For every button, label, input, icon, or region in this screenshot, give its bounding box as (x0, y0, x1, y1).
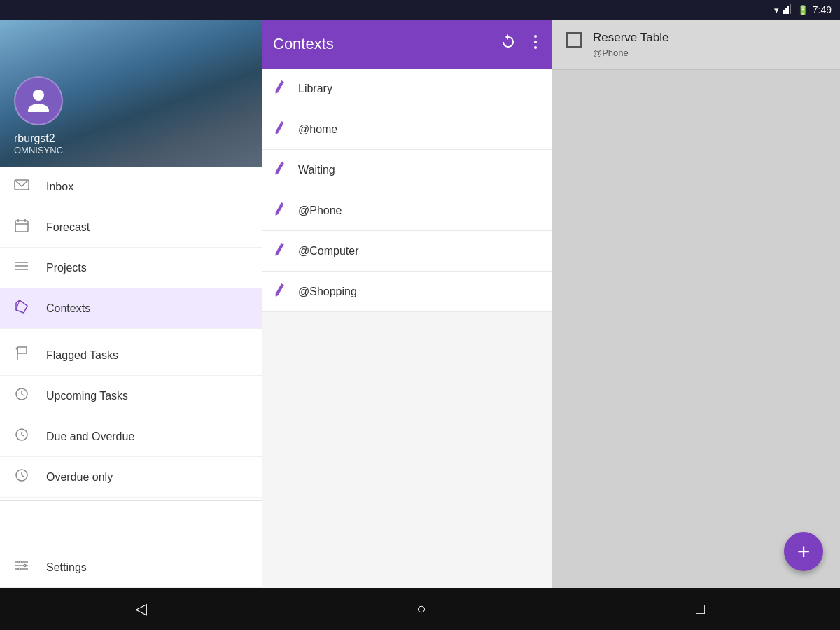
header-actions (497, 31, 540, 57)
more-options-button[interactable] (531, 31, 540, 57)
status-bar: ▾ 🔋 7:49 (0, 0, 840, 20)
user-sync: OMNISYNC (14, 145, 63, 155)
svg-point-16 (16, 348, 18, 350)
context-label-computer: @Computer (298, 245, 359, 258)
pencil-icon-phone (271, 200, 289, 220)
user-name: rburgst2 (14, 132, 55, 145)
context-item-phone[interactable]: @Phone (262, 190, 552, 231)
pencil-icon-computer (271, 241, 289, 261)
sidebar-item-forecast-label: Forecast (46, 221, 90, 234)
sidebar-item-flagged-label: Flagged Tasks (46, 349, 118, 362)
sidebar-item-contexts[interactable]: Contexts (0, 288, 262, 329)
context-label-shopping: @Shopping (298, 286, 357, 298)
overdue-clock-icon (14, 468, 35, 486)
context-item-home[interactable]: @home (262, 109, 552, 150)
fab-plus-icon: + (797, 540, 811, 563)
upcoming-clock-icon (14, 386, 35, 405)
contexts-panel: Contexts Library @home (262, 20, 552, 588)
svg-rect-3 (790, 4, 791, 14)
avatar[interactable] (14, 76, 63, 125)
sidebar-item-overdue-only[interactable]: Overdue only (0, 457, 262, 498)
sidebar-item-due-overdue-label: Due and Overdue (46, 430, 134, 443)
context-label-library: Library (298, 83, 332, 95)
wifi-icon: ▾ (774, 5, 779, 15)
contexts-title: Contexts (273, 35, 334, 53)
due-clock-icon (14, 427, 35, 446)
contexts-header: Contexts (262, 20, 552, 69)
projects-icon (14, 258, 35, 277)
battery-icon: 🔋 (797, 5, 808, 15)
pencil-icon-library (271, 78, 289, 99)
status-time: 7:49 (813, 4, 832, 15)
avatar-icon (24, 84, 52, 118)
svg-line-19 (22, 394, 24, 396)
sidebar-item-upcoming-label: Upcoming Tasks (46, 390, 128, 402)
nav-divider-2 (0, 500, 262, 501)
svg-rect-0 (783, 10, 785, 14)
svg-line-25 (22, 475, 24, 477)
settings-icon (14, 558, 35, 577)
sidebar-item-projects-label: Projects (46, 262, 87, 274)
sidebar-item-flagged[interactable]: Flagged Tasks (0, 335, 262, 376)
sidebar-item-forecast[interactable]: Forecast (0, 207, 262, 248)
sidebar-item-overdue-only-label: Overdue only (46, 471, 113, 484)
context-item-library[interactable]: Library (262, 69, 552, 109)
pencil-icon-shopping (271, 281, 289, 302)
sidebar-item-settings-label: Settings (46, 561, 87, 574)
task-title: Reserve Table (593, 31, 826, 45)
detail-panel: Reserve Table @Phone + (552, 20, 840, 588)
svg-point-36 (534, 41, 537, 43)
context-label-phone: @Phone (298, 204, 342, 217)
svg-point-28 (20, 561, 22, 564)
sidebar-item-inbox-label: Inbox (46, 181, 74, 193)
task-content: Reserve Table @Phone (593, 31, 826, 58)
task-subtitle: @Phone (593, 48, 826, 58)
sidebar-item-settings[interactable]: Settings (0, 547, 262, 588)
bottom-nav: ◁ ○ □ (0, 588, 840, 630)
sidebar-item-contexts-label: Contexts (46, 302, 90, 315)
svg-point-4 (33, 90, 44, 101)
pencil-icon-waiting (271, 160, 289, 180)
recent-button[interactable]: □ (682, 594, 719, 624)
svg-point-35 (534, 35, 537, 38)
context-label-waiting: Waiting (298, 164, 335, 176)
svg-rect-1 (785, 8, 787, 14)
inbox-icon (14, 177, 35, 196)
forecast-icon (14, 218, 35, 237)
svg-point-37 (534, 46, 537, 49)
context-item-shopping[interactable]: @Shopping (262, 272, 552, 312)
context-item-waiting[interactable]: Waiting (262, 150, 552, 190)
sidebar-item-due-overdue[interactable]: Due and Overdue (0, 416, 262, 457)
svg-point-34 (18, 568, 20, 570)
contexts-icon (14, 299, 35, 318)
back-button[interactable]: ◁ (121, 594, 161, 624)
task-checkbox[interactable] (566, 32, 582, 48)
svg-rect-2 (788, 6, 789, 14)
sidebar-bottom: Settings (0, 547, 262, 588)
refresh-button[interactable] (497, 31, 519, 57)
sidebar-nav: Inbox Forecast Projects (0, 167, 262, 547)
context-item-computer[interactable]: @Computer (262, 231, 552, 272)
sidebar-item-upcoming[interactable]: Upcoming Tasks (0, 376, 262, 416)
sidebar: rburgst2 OMNISYNC Inbox Forecast (0, 20, 262, 588)
sidebar-item-inbox[interactable]: Inbox (0, 167, 262, 207)
nav-divider-1 (0, 332, 262, 332)
pencil-icon-home (271, 119, 289, 139)
svg-rect-7 (15, 220, 28, 232)
sidebar-header: rburgst2 OMNISYNC (0, 20, 262, 167)
task-item: Reserve Table @Phone (552, 20, 840, 70)
svg-line-22 (22, 435, 24, 436)
sidebar-item-projects[interactable]: Projects (0, 248, 262, 288)
main-content: rburgst2 OMNISYNC Inbox Forecast (0, 20, 840, 588)
svg-point-5 (28, 104, 49, 112)
signal-icon (783, 4, 793, 16)
svg-point-31 (24, 565, 26, 567)
fab-add-button[interactable]: + (784, 532, 823, 571)
context-label-home: @home (298, 123, 337, 136)
home-button[interactable]: ○ (402, 594, 440, 624)
flag-icon (14, 346, 35, 365)
